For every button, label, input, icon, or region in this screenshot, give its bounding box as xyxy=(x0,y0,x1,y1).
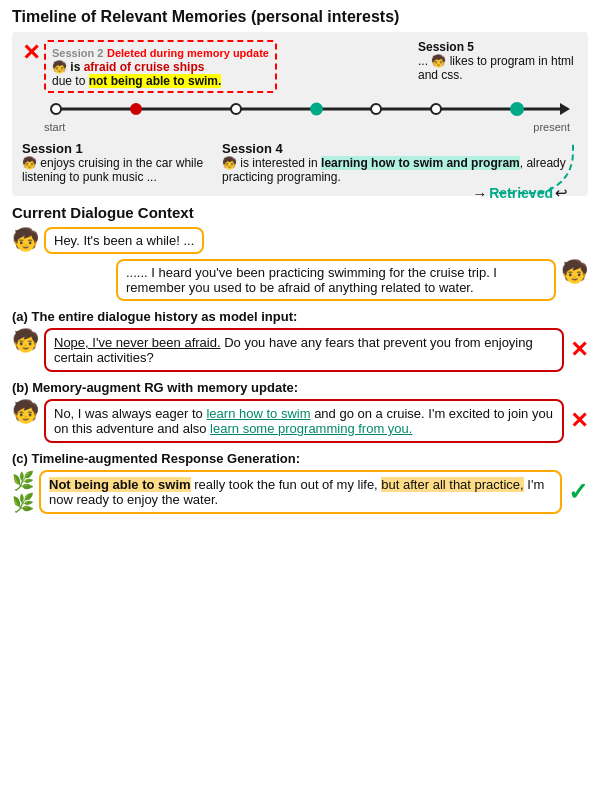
dot-session3 xyxy=(230,103,242,115)
timeline-section: ✕ Session 2 Deleted during memory update… xyxy=(12,32,588,196)
learning-highlight: learning how to swim and program xyxy=(321,156,520,170)
session1-desc: Session 1 🧒 enjoys cruising in the car w… xyxy=(22,141,212,184)
session2-box: Session 2 Deleted during memory update 🧒… xyxy=(44,40,277,93)
panel-b-bubble: No, I was always eager to learn how to s… xyxy=(44,399,564,443)
dot-session5b xyxy=(430,103,442,115)
red-x-icon: ✕ xyxy=(22,40,40,66)
session2-line1: 🧒 is xyxy=(52,60,84,74)
panel-c-orange2: but after all that practice, xyxy=(381,477,523,492)
user-bubble: Hey. It's been a while! ... xyxy=(44,227,204,254)
dot-session2 xyxy=(130,103,142,115)
present-label: present xyxy=(533,121,570,133)
panel-b-teal1: learn how to swim xyxy=(206,406,310,421)
panel-b-teal2: learn some programming from you. xyxy=(210,421,412,436)
panel-c-avatar2: 🌿 xyxy=(12,492,34,514)
deleted-label: Deleted during memory update xyxy=(107,47,269,59)
timeline-arrow xyxy=(560,103,570,115)
assistant-avatar: 🧒 xyxy=(561,259,588,285)
dot-present xyxy=(510,102,524,116)
start-label: start xyxy=(44,121,65,133)
dot-session5a xyxy=(370,103,382,115)
session1-content: 🧒 enjoys cruising in the car while liste… xyxy=(22,156,212,184)
panel-a-underline: Nope, I've never been afraid. xyxy=(54,335,221,350)
session2-label: Session 2 xyxy=(52,47,103,59)
dot-session4 xyxy=(310,103,323,116)
panel-c-checkmark: ✓ xyxy=(568,478,588,506)
panel-c-bubble: Not being able to swim really took the f… xyxy=(39,470,562,514)
panel-c-response-row: 🌿 🌿 Not being able to swim really took t… xyxy=(12,470,588,514)
dot-start xyxy=(50,103,62,115)
timeline-line xyxy=(52,108,560,111)
panel-c-avatars: 🌿 🌿 xyxy=(12,470,34,514)
panel-c-avatar1: 🌿 xyxy=(12,470,34,492)
panel-c-title: (c) Timeline-augmented Response Generati… xyxy=(12,451,588,466)
panel-a-avatar: 🧒 xyxy=(12,328,39,354)
dialogue-section: Current Dialogue Context 🧒 Hey. It's bee… xyxy=(12,204,588,301)
user-chat-row: 🧒 Hey. It's been a while! ... xyxy=(12,227,588,254)
page-title: Timeline of Relevant Memories (personal … xyxy=(12,8,588,26)
afraid-text: afraid of cruise ships xyxy=(84,60,205,74)
session5-content: ... 🧒 likes to program in html and css. xyxy=(418,54,578,82)
panel-c: (c) Timeline-augmented Response Generati… xyxy=(12,451,588,514)
panel-a-response-row: 🧒 Nope, I've never been afraid. Do you h… xyxy=(12,328,588,372)
panel-b-start: No, I was always eager to xyxy=(54,406,206,421)
panel-b-avatar: 🧒 xyxy=(12,399,39,425)
panel-a-bubble: Nope, I've never been afraid. Do you hav… xyxy=(44,328,564,372)
assistant-chat-row: ...... I heard you've been practicing sw… xyxy=(12,259,588,301)
panel-b-title: (b) Memory-augment RG with memory update… xyxy=(12,380,588,395)
user-avatar: 🧒 xyxy=(12,227,39,253)
session5-box: Session 5 ... 🧒 likes to program in html… xyxy=(418,40,578,82)
panel-b-x-mark: ✕ xyxy=(570,408,588,434)
panel-c-mid: really took the fun out of my life, xyxy=(191,477,382,492)
panel-a-title: (a) The entire dialogue history as model… xyxy=(12,309,588,324)
panel-b: (b) Memory-augment RG with memory update… xyxy=(12,380,588,443)
panel-a: (a) The entire dialogue history as model… xyxy=(12,309,588,372)
session5-label: Session 5 xyxy=(418,40,578,54)
panel-a-x-mark: ✕ xyxy=(570,337,588,363)
page: Timeline of Relevant Memories (personal … xyxy=(0,0,600,530)
assistant-bubble: ...... I heard you've been practicing sw… xyxy=(116,259,556,301)
panel-b-response-row: 🧒 No, I was always eager to learn how to… xyxy=(12,399,588,443)
swim-highlight: not being able to swim. xyxy=(89,74,222,88)
panel-c-highlight: Not being able to swim xyxy=(49,477,191,492)
session1-label: Session 1 xyxy=(22,141,212,156)
session2-due: due to xyxy=(52,74,89,88)
dialogue-title: Current Dialogue Context xyxy=(12,204,588,221)
